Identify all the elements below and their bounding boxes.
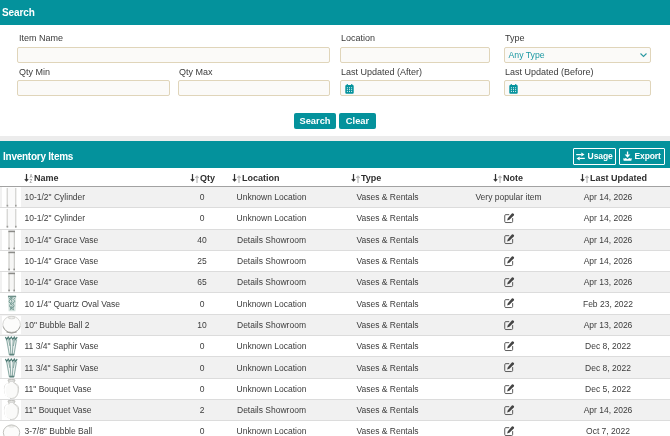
svg-text:Z: Z bbox=[30, 179, 33, 183]
